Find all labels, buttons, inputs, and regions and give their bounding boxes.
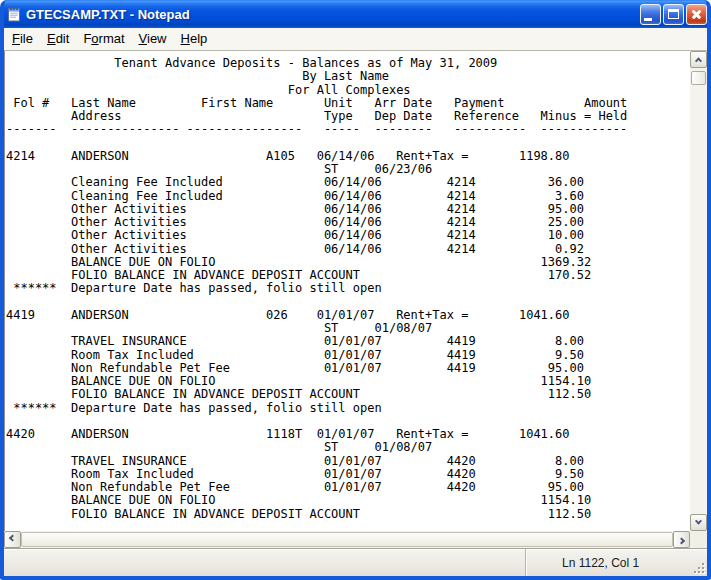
menu-bar: FileEditFormatViewHelp: [4, 28, 707, 51]
notepad-icon: [6, 6, 22, 22]
chevron-down-icon: [695, 518, 702, 525]
chevron-up-icon: [695, 57, 702, 64]
close-button[interactable]: [686, 4, 707, 25]
menu-file[interactable]: File: [5, 28, 40, 50]
caret-position: Ln 1122, Col 1: [562, 556, 639, 570]
menu-edit[interactable]: Edit: [40, 28, 76, 50]
minimize-button[interactable]: [640, 4, 661, 25]
chevron-right-icon: [678, 537, 685, 544]
scroll-left-button[interactable]: [4, 531, 21, 548]
vertical-scroll-thumb[interactable]: [691, 71, 706, 85]
window-title: GTECSAMP.TXT - Notepad: [26, 7, 636, 22]
status-bar: Ln 1122, Col 1: [4, 548, 707, 576]
horizontal-scroll-thumb[interactable]: [21, 532, 673, 547]
status-panel-caret: Ln 1122, Col 1: [525, 549, 707, 576]
scroll-up-button[interactable]: [690, 51, 707, 68]
maximize-button[interactable]: [663, 4, 684, 25]
vertical-scrollbar[interactable]: [690, 51, 707, 531]
title-bar[interactable]: GTECSAMP.TXT - Notepad: [0, 0, 711, 28]
chevron-left-icon: [9, 535, 16, 542]
notepad-window: GTECSAMP.TXT - Notepad FileEditFormatVie…: [0, 0, 711, 580]
scroll-down-button[interactable]: [690, 514, 707, 531]
menu-view[interactable]: View: [132, 28, 174, 50]
resize-grip-icon[interactable]: [693, 562, 706, 575]
minimize-icon: [644, 18, 652, 21]
horizontal-scrollbar[interactable]: [4, 531, 690, 548]
scrollbar-corner: [690, 531, 707, 548]
menu-help[interactable]: Help: [174, 28, 215, 50]
document-text: Tenant Advance Deposits - Balances as of…: [5, 51, 690, 521]
maximize-icon: [668, 9, 679, 19]
text-editor[interactable]: Tenant Advance Deposits - Balances as of…: [4, 51, 690, 531]
menu-format[interactable]: Format: [76, 28, 131, 50]
scroll-right-button[interactable]: [673, 531, 690, 548]
close-icon: [687, 5, 706, 24]
status-panel-left: [4, 549, 525, 576]
